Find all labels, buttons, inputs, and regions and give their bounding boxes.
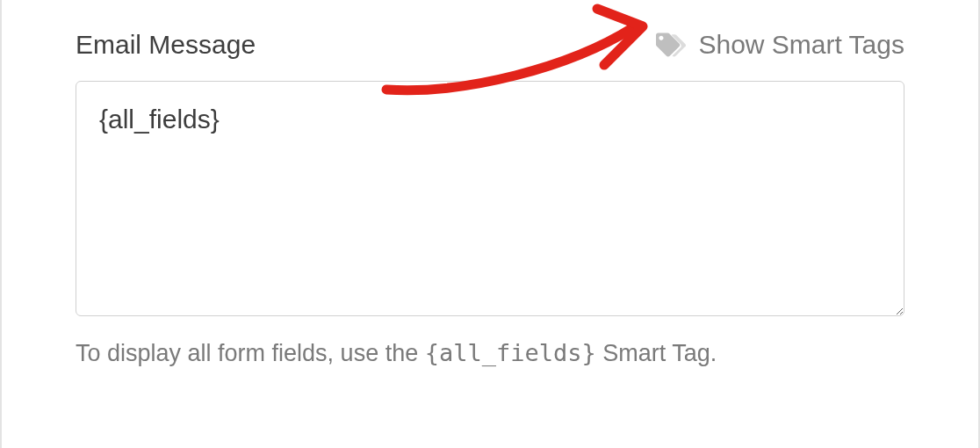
help-code: {all_fields} [425,339,596,366]
email-message-help: To display all form fields, use the {all… [76,339,904,367]
help-suffix: Smart Tag. [596,340,717,366]
email-message-panel: Email Message Show Smart Tags To display… [0,0,980,448]
help-prefix: To display all form fields, use the [76,340,425,366]
field-header: Email Message Show Smart Tags [76,0,904,81]
tags-icon [656,30,686,60]
show-smart-tags-label: Show Smart Tags [698,30,904,60]
email-message-label: Email Message [76,30,256,60]
show-smart-tags-button[interactable]: Show Smart Tags [656,30,904,60]
email-message-textarea[interactable] [76,81,904,316]
